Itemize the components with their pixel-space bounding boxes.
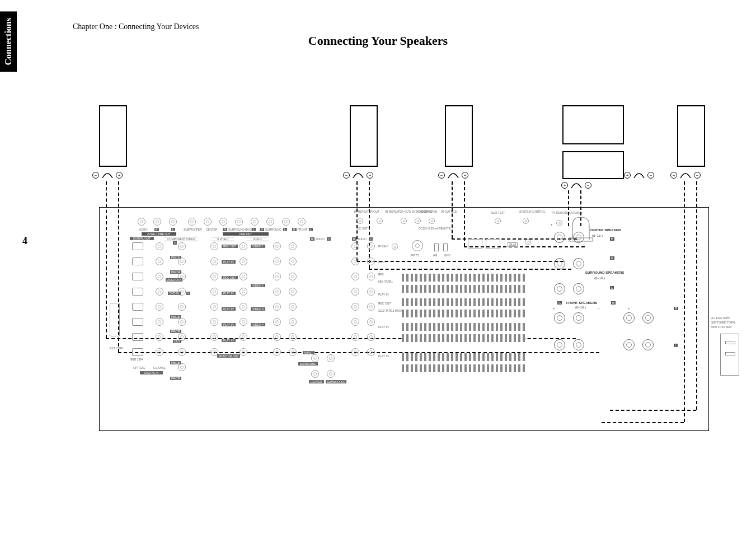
lbl-audio: AUDIO [316,237,325,241]
lbl-monitorout: MONITOR OUT [217,354,240,358]
lbl-out: OUT [173,340,181,343]
wiring-diagram: − + − + − + + − − + − + [87,101,719,442]
lbl-center-in: CENTER [309,380,324,383]
lbl-video2: VIDEO 2 [251,284,265,287]
lbl-z2-video: VIDEO [139,228,148,231]
lbl-sr: SURROUND [265,228,281,231]
lbl-playin1: PLAY IN [222,260,236,264]
speaker-surround-left [350,105,378,167]
lbl-ieee: IEEE 1394 [130,358,143,361]
lbl-audio-l2: L [369,237,373,241]
fade7 [402,353,525,361]
audio-r-col [273,242,281,356]
lbl-audio-r2: R [352,237,356,241]
lbl-slm: SLM [508,242,518,247]
lbl-sub: SUBWOOFER [184,228,202,231]
terminal-front-right: − + [670,171,701,179]
jack-slm-aux [525,239,531,245]
terminal-sub: + − [561,181,591,189]
speaker-surround-right [445,105,473,167]
lbl-ir-repeater-out-dvd: IR REPEATER OUT/ DVD CONTROL [385,210,416,213]
ext-connector [110,303,120,336]
lbl-dvdin: DVD IN [168,292,181,295]
lbl-cd1: CD1 [378,260,384,264]
lbl-srb: SURROUND BACK [228,228,253,231]
jack-fm [412,240,423,251]
lbl-front-minus-a: − [598,307,600,310]
lbl-svideo: S VIDEO [212,237,234,241]
lbl-z2-l: L [171,228,175,231]
ac-outlet [720,334,739,376]
lbl-fr-l: L [309,228,313,231]
lbl-pr3: PR/CR [170,377,181,380]
lbl-playin-r3: PLAY IN [378,354,389,358]
lbl-ac2: SWITCHED TOTAL [711,321,742,325]
lbl-surround-speakers: SURROUND SPEAKERS [585,271,624,274]
lbl-surround-imp: (6–16 ) [594,277,605,280]
lbl-phono: PHONO [378,245,388,248]
audio-l-col [289,242,297,356]
lbl-coaxial: COAXIAL [153,366,166,369]
fade8 [402,364,525,372]
lbl-surr-r: R [610,256,614,260]
am-gnd-posts [434,243,448,251]
lbl-ac1: AC 120V 60Hz [711,317,742,320]
lbl-video1: VIDEO 1 [251,245,265,248]
lbl-y2: Y [186,292,190,295]
jack-rf-remote [556,220,562,226]
lbl-front-plus-b: + [628,307,630,310]
lbl-srb-l: L [252,228,256,231]
lbl-video3in: VIDEO 3 IN [166,278,182,282]
terminal-surround-right: − + [438,171,468,179]
lbl-pr1: PR/CR [170,270,181,274]
top-small-jacks [357,218,435,224]
lbl-front-imp: (6–16 ) [575,306,586,309]
heading-preout: PRE OUT [223,232,269,236]
lbl-gnd: GND [444,254,450,257]
component-column [178,242,186,371]
lbl-front-plus-a: + [553,307,555,310]
lbl-dc-remote: DC12V 0.25mA REMOTE [419,227,450,230]
speaker-binding-posts: + − CENTER SPEAKER (6–16 ) B R SURROUND … [551,227,702,373]
lbl-ir-repeater-out: IR REPEATER OUT [354,210,377,213]
lbl-component-video: COMPONENT VIDEO [164,237,198,241]
lbl-pb1: PB/CB [170,256,181,259]
fade2 [402,285,525,293]
lbl-ac3: 90W 0.75A MAX. [711,326,742,329]
preout-jacks [138,218,306,226]
fade4 [402,310,525,317]
lbl-ir-out-lcd: IR OUT LCD [441,210,457,213]
surround-in-jacks [311,354,335,362]
receiver-rear-panel: IR REPEATER OUT IR REPEATER OUT/ DVD CON… [99,207,709,431]
jack-phono-gnd [392,243,398,250]
coax-column [156,242,163,356]
lbl-mdtape: MD/ TAPE1 [378,280,393,283]
lbl-audio2: AUDIO [358,237,367,241]
lbl-audio-r: R [310,237,314,241]
lbl-am: AM [433,254,438,257]
lbl-playin2: PLAY IN [222,292,236,295]
lbl-pb2: PB/CB [170,315,181,318]
speaker-center [562,105,624,144]
fade6 [402,334,525,342]
lbl-digital-in: DIGITAL IN [140,371,163,374]
lbl-pr2: PR/CR [170,330,181,333]
heading-zone2: ZONE II PRE OUT [142,232,176,236]
audio2-r-col [351,242,359,356]
lbl-ext-ctrl: EXT. CTRL [110,346,124,350]
lbl-fr: FRONT [298,228,307,231]
video-rca-column [240,242,247,356]
lbl-srb-r: R [223,228,227,231]
lbl-center-b: B [610,237,614,241]
lbl-audio-l: L [327,237,331,241]
lbl-sub-in: SUBWOOFER [326,380,346,383]
jack-system-control [523,218,529,224]
lbl-front-l: L [674,344,678,347]
lbl-recout2: REC OUT [222,276,238,279]
optical-column [132,242,143,356]
lbl-playin4: PLAY IN [222,323,236,326]
lbl-playin-r2: PLAY IN [378,325,389,329]
lbl-front-b: B [611,301,616,305]
lbl-recout1: REC OUT [222,245,238,248]
lbl-digital-out: DIGITAL OUT [130,237,154,240]
